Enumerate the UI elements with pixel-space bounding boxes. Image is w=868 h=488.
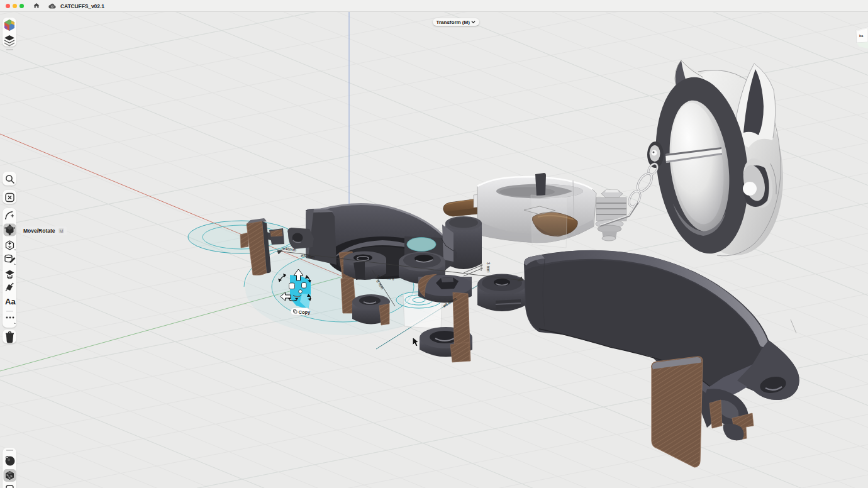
svg-text:Aa: Aa — [5, 297, 16, 306]
svg-text:Copy: Copy — [299, 309, 311, 315]
svg-text:3 mm: 3 mm — [486, 262, 491, 272]
svg-text:ba: ba — [859, 34, 864, 38]
